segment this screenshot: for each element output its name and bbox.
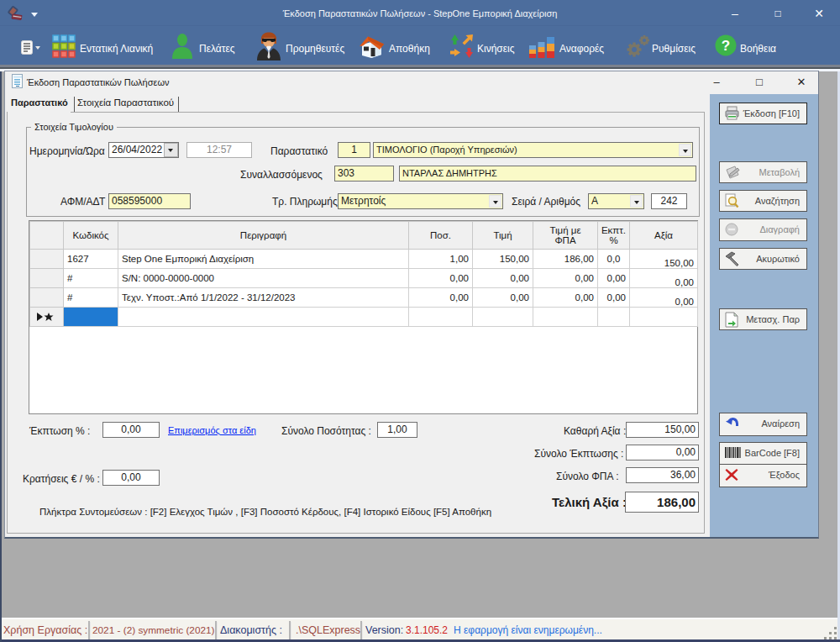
svg-text:?: ? bbox=[722, 38, 730, 54]
